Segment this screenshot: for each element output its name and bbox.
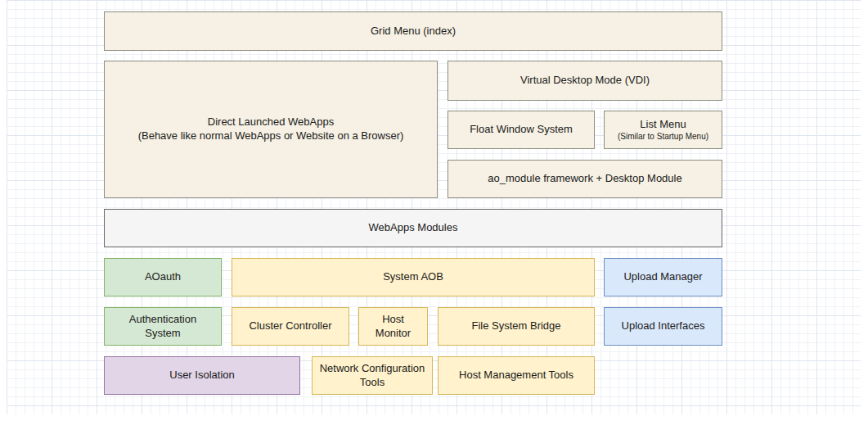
node-list-menu: List Menu (Similar to Startup Menu) [604,111,722,149]
node-label: Upload Manager [623,270,702,284]
node-label: Host Monitor [366,313,421,341]
node-sublabel: (Similar to Startup Menu) [618,131,708,142]
diagram-page: Grid Menu (index) Direct Launched WebApp… [0,0,868,430]
node-label: User Isolation [169,369,234,382]
node-label: Float Window System [470,123,573,137]
node-label: ao_module framework + Desktop Module [488,172,681,186]
node-grid-menu: Grid Menu (index) [104,11,722,51]
node-label: Grid Menu (index) [371,25,456,38]
node-sublabel: (Behave like normal WebApps or Website o… [138,129,404,143]
node-label: AOauth [145,270,181,284]
node-label: File System Bridge [471,319,560,333]
node-virtual-desktop-mode: Virtual Desktop Mode (VDI) [447,61,722,101]
node-user-isolation: User Isolation [104,356,300,395]
node-webapps-modules: WebApps Modules [104,209,722,247]
node-direct-launched-webapps: Direct Launched WebApps (Behave like nor… [104,61,438,198]
node-upload-interfaces: Upload Interfaces [604,307,722,346]
node-network-configuration-tools: Network Configuration Tools [312,356,433,395]
node-label: WebApps Modules [369,221,458,235]
node-host-management-tools: Host Management Tools [438,356,595,395]
node-label: List Menu [640,118,686,132]
node-system-aob: System AOB [232,258,595,296]
node-label: Direct Launched WebApps [208,115,334,129]
node-cluster-controller: Cluster Controller [232,307,349,346]
node-label: Cluster Controller [249,319,331,333]
node-host-monitor: Host Monitor [358,307,428,346]
node-authentication-system: Authentication System [104,307,222,346]
node-label: Virtual Desktop Mode (VDI) [520,74,650,88]
node-label: System AOB [383,270,443,284]
node-aoauth: AOauth [104,258,222,296]
node-ao-module-framework: ao_module framework + Desktop Module [447,160,722,198]
node-upload-manager: Upload Manager [604,258,722,296]
node-label: Network Configuration Tools [319,362,425,390]
node-label: Host Management Tools [459,369,573,382]
node-label: Upload Interfaces [622,319,705,333]
node-float-window-system: Float Window System [447,111,595,149]
node-label: Authentication System [111,313,214,341]
node-file-system-bridge: File System Bridge [438,307,595,346]
